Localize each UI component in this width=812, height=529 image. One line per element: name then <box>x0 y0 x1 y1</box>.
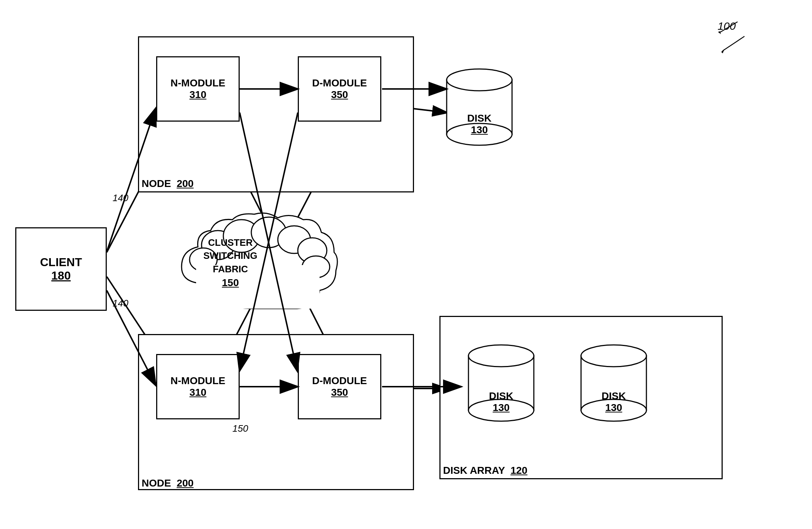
disk-bottom-right-svg <box>574 334 654 428</box>
dmodule-top: D-MODULE 350 <box>298 56 381 122</box>
disk-top-svg <box>439 58 519 152</box>
diagram: 100 NODE 200 N-MODULE 310 D-MODULE 350 C… <box>0 0 812 529</box>
cluster-cloud <box>174 211 341 323</box>
svg-point-28 <box>581 345 646 367</box>
conn-140-upper: 140 <box>113 192 128 204</box>
svg-marker-41 <box>721 49 724 53</box>
ref-arrow <box>712 18 741 36</box>
disk-bottom-left-svg <box>461 334 541 428</box>
conn-150: 150 <box>232 423 248 434</box>
nmodule-top: N-MODULE 310 <box>156 56 240 122</box>
nmodule-bottom: N-MODULE 310 <box>156 354 240 419</box>
disk-bottom-right-label: DISK 130 <box>577 390 650 414</box>
conn-140-lower: 140 <box>113 298 128 309</box>
node-bottom-label: NODE 200 <box>142 477 194 489</box>
disk-array-label: DISK ARRAY 120 <box>443 465 527 476</box>
svg-point-22 <box>447 69 512 91</box>
node-top-label: NODE 200 <box>142 178 194 190</box>
svg-line-40 <box>723 36 744 51</box>
dmodule-bottom: D-MODULE 350 <box>298 354 381 419</box>
disk-top-label: DISK 130 <box>443 113 516 136</box>
cluster-label: CLUSTER SWITCHING FABRIC 150 <box>203 236 257 290</box>
svg-line-11 <box>719 22 738 33</box>
svg-point-25 <box>468 345 534 367</box>
client-box: CLIENT 180 <box>15 227 107 311</box>
disk-bottom-left-label: DISK 130 <box>465 390 537 414</box>
